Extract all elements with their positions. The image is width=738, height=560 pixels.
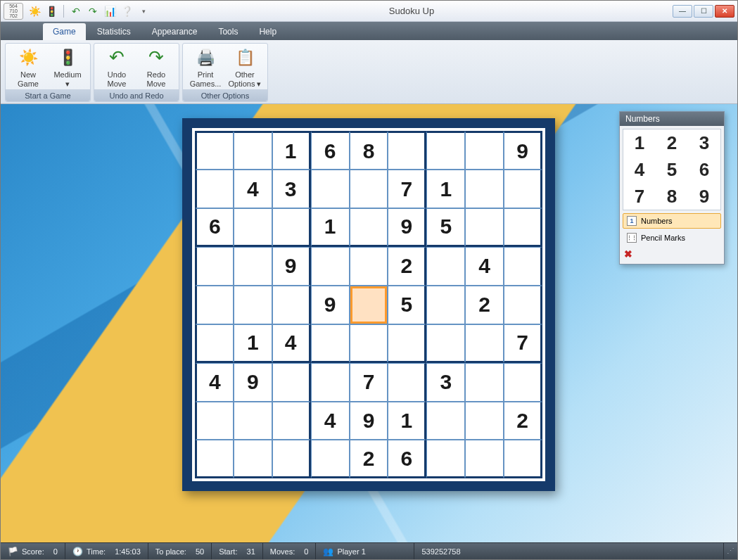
cell-r7-c3[interactable]: 4 (311, 402, 350, 440)
numpick-6[interactable]: 6 (688, 156, 720, 183)
ribbon-btn-print-games-[interactable]: 🖨️PrintGames... (186, 45, 225, 89)
cell-r7-c7[interactable] (465, 402, 504, 440)
tab-statistics[interactable]: Statistics (87, 23, 141, 40)
minimize-button[interactable]: — (673, 5, 692, 18)
cell-r7-c8[interactable]: 2 (504, 402, 542, 440)
cell-r6-c7[interactable] (465, 363, 504, 402)
cell-r1-c6[interactable]: 1 (426, 170, 465, 208)
cell-r0-c0[interactable] (195, 131, 234, 170)
cell-r5-c3[interactable] (311, 324, 350, 363)
cell-r2-c6[interactable]: 5 (426, 208, 465, 247)
mode-numbers-button[interactable]: 1 Numbers (623, 213, 721, 229)
tab-help[interactable]: Help (249, 23, 286, 40)
cell-r4-c8[interactable] (504, 286, 542, 324)
cell-r5-c0[interactable] (195, 324, 234, 363)
cell-r3-c5[interactable]: 2 (388, 247, 426, 286)
cell-r5-c1[interactable]: 1 (234, 324, 272, 363)
qat-customize-icon[interactable]: ▾ (136, 4, 151, 18)
cell-r6-c6[interactable]: 3 (426, 363, 465, 402)
cell-r2-c8[interactable] (504, 208, 542, 247)
cell-r2-c4[interactable] (350, 208, 388, 247)
cell-r0-c1[interactable] (234, 131, 272, 170)
cell-r7-c1[interactable] (234, 402, 272, 440)
cell-r8-c2[interactable] (272, 440, 311, 478)
cell-r7-c2[interactable] (272, 402, 311, 440)
cell-r0-c5[interactable] (388, 131, 426, 170)
close-button[interactable]: ✕ (715, 5, 734, 18)
cell-r8-c3[interactable] (311, 440, 350, 478)
cell-r2-c0[interactable]: 6 (195, 208, 234, 247)
cell-r3-c4[interactable] (350, 247, 388, 286)
cell-r7-c6[interactable] (426, 402, 465, 440)
cell-r0-c6[interactable] (426, 131, 465, 170)
cell-r4-c3[interactable]: 9 (311, 286, 350, 324)
mode-pencil-button[interactable]: ⋮⋮ Pencil Marks (623, 230, 721, 246)
cell-r5-c4[interactable] (350, 324, 388, 363)
cell-r5-c8[interactable]: 7 (504, 324, 542, 363)
qat-redo-icon[interactable]: ↷ (86, 4, 100, 18)
ribbon-btn-medium-[interactable]: 🚦Medium ▾ (48, 45, 87, 89)
numpick-9[interactable]: 9 (688, 183, 720, 210)
numpick-3[interactable]: 3 (688, 129, 720, 156)
qat-difficulty-icon[interactable]: 🚦 (44, 4, 58, 18)
numpick-2[interactable]: 2 (656, 129, 688, 156)
cell-r6-c3[interactable] (311, 363, 350, 402)
tab-appearance[interactable]: Appearance (142, 23, 208, 40)
cell-r3-c8[interactable] (504, 247, 542, 286)
app-icon[interactable]: 564710702 (4, 3, 23, 20)
cell-r0-c2[interactable]: 1 (272, 131, 311, 170)
cell-r7-c5[interactable]: 1 (388, 402, 426, 440)
cell-r5-c2[interactable]: 4 (272, 324, 311, 363)
numpick-7[interactable]: 7 (623, 183, 656, 210)
cell-r4-c5[interactable]: 5 (388, 286, 426, 324)
ribbon-btn-redo-move[interactable]: ↷RedoMove (136, 45, 176, 89)
ribbon-btn-other-options[interactable]: 📋OtherOptions ▾ (225, 45, 265, 89)
cell-r4-c1[interactable] (234, 286, 272, 324)
cell-r4-c0[interactable] (195, 286, 234, 324)
cell-r2-c1[interactable] (234, 208, 272, 247)
cell-r8-c7[interactable] (465, 440, 504, 478)
cell-r6-c5[interactable] (388, 363, 426, 402)
qat-new-game-icon[interactable]: ☀️ (27, 4, 42, 18)
cell-r3-c2[interactable]: 9 (272, 247, 311, 286)
cell-r4-c4[interactable] (350, 286, 388, 324)
cell-r1-c4[interactable] (350, 170, 388, 208)
cell-r1-c2[interactable]: 3 (272, 170, 311, 208)
cell-r5-c7[interactable] (465, 324, 504, 363)
numpick-5[interactable]: 5 (656, 156, 688, 183)
cell-r1-c5[interactable]: 7 (388, 170, 426, 208)
maximize-button[interactable]: ☐ (694, 5, 713, 18)
cell-r5-c6[interactable] (426, 324, 465, 363)
cell-r3-c7[interactable]: 4 (465, 247, 504, 286)
cell-r6-c1[interactable]: 9 (234, 363, 272, 402)
numpick-1[interactable]: 1 (623, 129, 656, 156)
cell-r8-c4[interactable]: 2 (350, 440, 388, 478)
cell-r0-c8[interactable]: 9 (504, 131, 542, 170)
ribbon-btn-new-game[interactable]: ☀️NewGame (8, 45, 48, 89)
cell-r6-c2[interactable] (272, 363, 311, 402)
numpick-8[interactable]: 8 (656, 183, 688, 210)
qat-stats-icon[interactable]: 📊 (103, 4, 117, 18)
cell-r1-c7[interactable] (465, 170, 504, 208)
cell-r6-c0[interactable]: 4 (195, 363, 234, 402)
cell-r7-c4[interactable]: 9 (350, 402, 388, 440)
palette-close-icon[interactable]: ✖ (624, 248, 720, 260)
cell-r1-c0[interactable] (195, 170, 234, 208)
cell-r3-c0[interactable] (195, 247, 234, 286)
cell-r8-c6[interactable] (426, 440, 465, 478)
cell-r4-c2[interactable] (272, 286, 311, 324)
cell-r2-c5[interactable]: 9 (388, 208, 426, 247)
tab-game[interactable]: Game (43, 23, 86, 40)
cell-r1-c3[interactable] (311, 170, 350, 208)
cell-r6-c4[interactable]: 7 (350, 363, 388, 402)
cell-r0-c7[interactable] (465, 131, 504, 170)
qat-undo-icon[interactable]: ↶ (69, 4, 83, 18)
qat-help-icon[interactable]: ❔ (120, 4, 134, 18)
cell-r7-c0[interactable] (195, 402, 234, 440)
cell-r4-c6[interactable] (426, 286, 465, 324)
cell-r3-c1[interactable] (234, 247, 272, 286)
ribbon-btn-undo-move[interactable]: ↶UndoMove (97, 45, 136, 89)
cell-r4-c7[interactable]: 2 (465, 286, 504, 324)
cell-r0-c4[interactable]: 8 (350, 131, 388, 170)
cell-r3-c3[interactable] (311, 247, 350, 286)
